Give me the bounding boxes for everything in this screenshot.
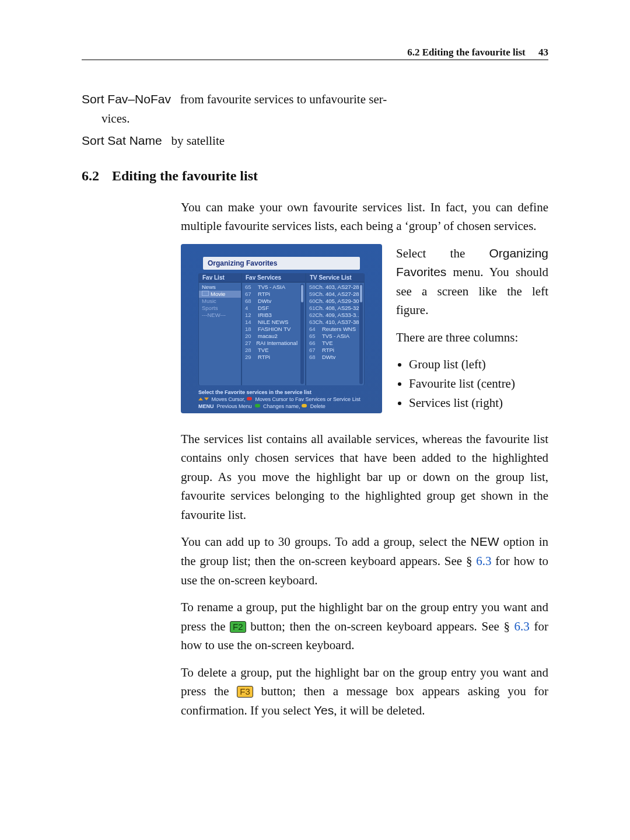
arrow-up-icon: [198, 398, 203, 400]
of-service-row[interactable]: 20macau2: [242, 333, 300, 340]
of-group-label: Movie: [211, 291, 225, 298]
of-service-name: Reuters WNS: [322, 326, 356, 333]
of-service-num: 68: [309, 354, 322, 361]
of-service-num: 61: [309, 305, 316, 312]
figure-side-text: Select the Organizing Favorites menu. Yo…: [396, 244, 548, 413]
header-rule: [82, 60, 548, 60]
of-service-row[interactable]: 68DWtv: [306, 354, 359, 361]
of-service-num: 60: [309, 298, 316, 305]
of-service-row[interactable]: 58Ch. 403, AS27-28...: [306, 284, 359, 291]
side-p2: There are three columns:: [396, 328, 548, 347]
scrollbar[interactable]: [359, 284, 363, 384]
of-screenshot: Organizing Favorites Fav List NewsMovieM…: [181, 244, 382, 413]
of-service-name: Ch. 409, AS33-3...: [316, 312, 359, 319]
of-columns: Fav List NewsMovieMusicSports---NEW--- F…: [198, 273, 365, 385]
p-services-list: The services list contains all available…: [181, 430, 548, 525]
of-service-num: 20: [245, 333, 258, 340]
of-service-num: 66: [309, 340, 322, 347]
of-service-row[interactable]: 27RAI International: [242, 340, 300, 347]
content: Sort Fav–NoFav from favourite services t…: [82, 90, 548, 720]
of-service-name: TV5 - ASIA: [322, 333, 349, 340]
of-service-row[interactable]: 63Ch. 410, AS37-38...: [306, 319, 359, 326]
arrow-down-icon: [204, 398, 209, 400]
menu-label: MENU: [198, 403, 214, 409]
p-rename-group: To rename a group, put the highlight bar…: [181, 598, 548, 655]
of-service-row[interactable]: 67RTPi: [242, 291, 300, 298]
of-service-row[interactable]: 64Reuters WNS: [306, 326, 359, 333]
of-group-row[interactable]: News: [199, 284, 241, 291]
of-groups-list[interactable]: NewsMovieMusicSports---NEW---: [199, 283, 241, 385]
of-service-name: RTPi: [258, 291, 270, 298]
of-service-num: 62: [309, 312, 316, 319]
of-group-label: ---NEW---: [202, 312, 226, 319]
red-dot-icon: [247, 397, 252, 400]
of-service-row[interactable]: 65TV5 - ASIA: [306, 333, 359, 340]
section-body: You can make your own favourite services…: [181, 198, 548, 236]
of-col-tvservices: TV Service List 58Ch. 403, AS27-28...59C…: [306, 273, 365, 385]
of-service-row[interactable]: 14NILE NEWS: [242, 319, 300, 326]
bullet-favourite-list: Favourite list (centre): [409, 374, 548, 393]
of-footer-prevmenu: Previous Menu: [217, 403, 252, 409]
of-footer-movescursor: Moves Cursor,: [212, 396, 246, 402]
of-service-row[interactable]: 28TVE: [242, 347, 300, 354]
of-service-row[interactable]: 4DSF: [242, 305, 300, 312]
of-group-row[interactable]: Music: [199, 298, 241, 305]
after-figure-body: The services list contains all available…: [181, 430, 548, 720]
of-group-row[interactable]: Sports: [199, 305, 241, 312]
ui-new: NEW: [471, 535, 499, 548]
of-group-row[interactable]: ---NEW---: [199, 312, 241, 319]
of-service-row[interactable]: 12IRIB3: [242, 312, 300, 319]
of-group-row[interactable]: Movie: [199, 291, 241, 298]
of-service-row[interactable]: 61Ch. 408, AS25-32: [306, 305, 359, 312]
link-section-6-3[interactable]: 6.3: [514, 619, 530, 633]
of-service-name: DSF: [258, 305, 269, 312]
of-service-name: RAI International: [256, 340, 298, 347]
of-service-row[interactable]: 65TV5 - ASIA: [242, 284, 300, 291]
running-head-title: 6.2 Editing the favourite list: [407, 47, 526, 58]
of-service-row[interactable]: 18FASHION TV: [242, 326, 300, 333]
of-service-num: 68: [245, 298, 258, 305]
of-service-row[interactable]: 59Ch. 404, AS27-28...: [306, 291, 359, 298]
of-favservices-list[interactable]: 65TV5 - ASIA67RTPi68DWtv4DSF12IRIB314NIL…: [242, 283, 300, 385]
of-service-name: FASHION TV: [258, 326, 290, 333]
of-service-row[interactable]: 68DWtv: [242, 298, 300, 305]
of-service-num: 65: [309, 333, 322, 340]
f2-key-icon: F2: [230, 621, 246, 633]
of-col-favservices: Fav Services 65TV5 - ASIA67RTPi68DWtv4DS…: [242, 273, 306, 385]
of-group-label: Music: [202, 298, 216, 305]
def-term: Sort Fav–NoFav: [82, 92, 171, 106]
link-section-6-3[interactable]: 6.3: [476, 554, 491, 568]
of-col-head-favservices: Fav Services: [242, 273, 305, 283]
def-desc-line2: vices.: [102, 109, 548, 128]
of-service-name: Ch. 410, AS37-38...: [316, 319, 359, 326]
of-service-name: IRIB3: [258, 312, 272, 319]
of-service-row[interactable]: 60Ch. 405, AS29-30...: [306, 298, 359, 305]
of-service-name: RTPi: [258, 354, 270, 361]
tv-icon: [202, 291, 209, 296]
of-service-num: 4: [245, 305, 258, 312]
of-service-name: Ch. 404, AS27-28...: [316, 291, 359, 298]
of-service-row[interactable]: 29RTPi: [242, 354, 300, 361]
of-service-row[interactable]: 62Ch. 409, AS33-3...: [306, 312, 359, 319]
of-service-num: 59: [309, 291, 316, 298]
of-service-num: 67: [309, 347, 322, 354]
section-number: 6.2: [82, 168, 99, 184]
section-title: Editing the favourite list: [112, 168, 258, 183]
of-service-row[interactable]: 66TVE: [306, 340, 359, 347]
def-sort-sat-name: Sort Sat Name by satellite: [82, 131, 548, 151]
page-number: 43: [538, 47, 548, 58]
of-service-row[interactable]: 67RTPi: [306, 347, 359, 354]
of-service-num: 27: [245, 340, 256, 347]
of-group-label: Sports: [202, 305, 218, 312]
columns-bullets: Group list (left) Favourite list (centre…: [396, 355, 548, 412]
of-service-name: Ch. 408, AS25-32: [316, 305, 359, 312]
of-tvservices-list[interactable]: 58Ch. 403, AS27-28...59Ch. 404, AS27-28.…: [306, 283, 359, 385]
of-footer-delete: Delete: [310, 403, 326, 409]
scrollbar[interactable]: [300, 284, 304, 384]
of-service-name: TVE: [258, 347, 268, 354]
of-service-num: 63: [309, 319, 316, 326]
of-footer-changesname: Changes name,: [263, 403, 300, 409]
of-footer-movescursor2: Moves Cursor to Fav Services or Service …: [256, 396, 360, 402]
of-service-num: 65: [245, 284, 258, 291]
of-footer: Select the Favorite services in the serv…: [198, 389, 365, 410]
